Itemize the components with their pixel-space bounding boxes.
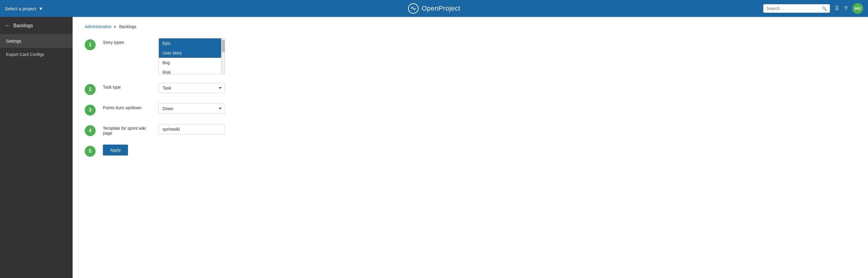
step-badge-5: 5 <box>85 146 96 157</box>
story-types-row: 1 Story types Epic User story Bug <box>85 38 856 74</box>
sprint-wiki-row: 4 Template for sprint wikipage <box>85 124 856 136</box>
avatar[interactable]: HU <box>852 3 863 14</box>
top-header: Select a project ▼ OpenProject 🔍 ⠿ ? HU <box>0 0 868 17</box>
openproject-logo <box>408 3 419 14</box>
points-burn-select[interactable]: Down Up <box>158 103 225 114</box>
step-badge-3: 3 <box>85 105 96 116</box>
option-user-story[interactable]: User story <box>159 48 221 58</box>
breadcrumb-current: Backlogs <box>119 24 136 29</box>
option-bug[interactable]: Bug <box>159 58 221 67</box>
story-types-list[interactable]: Epic User story Bug Risk <box>159 38 221 74</box>
sidebar-title: Backlogs <box>13 23 33 28</box>
help-icon[interactable]: ? <box>844 5 847 12</box>
app-name-label: OpenProject <box>422 4 461 12</box>
select-project-label: Select a project <box>5 6 36 11</box>
story-types-label: Story types <box>103 38 151 45</box>
step-badge-1: 1 <box>85 39 96 50</box>
grid-icon[interactable]: ⠿ <box>835 5 839 12</box>
breadcrumb-admin-link[interactable]: Administration <box>85 24 112 29</box>
story-types-multiselect[interactable]: Epic User story Bug Risk <box>158 38 225 74</box>
back-arrow-icon: ← <box>5 22 10 29</box>
step-badge-4: 4 <box>85 125 96 136</box>
sidebar-settings-label: Settings <box>6 39 22 43</box>
app-branding: OpenProject <box>408 3 461 14</box>
task-type-select[interactable]: Task Bug Feature Support <box>158 83 225 93</box>
header-actions: 🔍 ⠿ ? HU <box>763 3 863 14</box>
sidebar-item-settings[interactable]: Settings <box>0 34 72 48</box>
option-epic[interactable]: Epic <box>159 38 221 48</box>
apply-row: 5 Apply <box>85 145 856 157</box>
breadcrumb-separator: ▶ <box>114 25 117 29</box>
sidebar-item-export-card-configs[interactable]: Export Card Configs <box>0 48 72 61</box>
sidebar-export-label: Export Card Configs <box>6 52 44 57</box>
sidebar: ← Backlogs Settings Export Card Configs <box>0 17 72 278</box>
points-burn-row: 3 Points burn up/down Down Up <box>85 103 856 116</box>
task-type-label: Task type <box>103 83 151 90</box>
scrollbar-thumb <box>222 40 225 52</box>
search-icon[interactable]: 🔍 <box>822 6 827 11</box>
sprint-wiki-input[interactable] <box>158 124 225 134</box>
step-badge-2: 2 <box>85 84 96 95</box>
search-input[interactable] <box>766 6 819 11</box>
apply-button[interactable]: Apply <box>103 145 128 155</box>
task-type-row: 2 Task type Task Bug Feature Support <box>85 83 856 95</box>
search-box[interactable]: 🔍 <box>763 4 830 13</box>
project-selector[interactable]: Select a project ▼ <box>5 6 43 11</box>
sprint-wiki-label: Template for sprint wikipage <box>103 124 151 135</box>
sidebar-back-button[interactable]: ← Backlogs <box>0 17 72 34</box>
scrollbar-track <box>221 38 225 74</box>
option-risk[interactable]: Risk <box>159 67 221 74</box>
project-dropdown-arrow: ▼ <box>38 6 43 11</box>
main-content: Administration ▶ Backlogs 1 Story types … <box>72 17 868 278</box>
breadcrumb: Administration ▶ Backlogs <box>85 24 856 29</box>
layout: ← Backlogs Settings Export Card Configs … <box>0 17 868 278</box>
points-burn-label: Points burn up/down <box>103 103 151 110</box>
settings-form: 1 Story types Epic User story Bug <box>85 38 856 157</box>
